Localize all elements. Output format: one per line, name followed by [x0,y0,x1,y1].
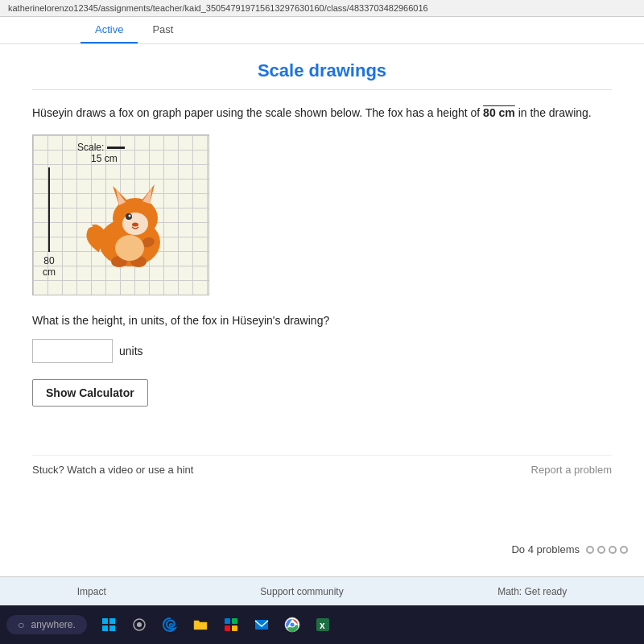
svg-point-9 [132,223,138,227]
svg-rect-17 [109,625,115,631]
problem-height-value: 80 cm [483,106,515,119]
svg-rect-20 [225,618,230,624]
taskbar-excel-icon[interactable]: x [310,612,336,638]
bottom-links-bar: Impact Support community Math: Get ready [0,576,644,605]
impact-link[interactable]: Impact [77,586,106,597]
question-text: What is the height, in units, of the fox… [32,312,612,329]
units-label: units [119,345,143,357]
fox-image [77,171,182,276]
taskbar-search-text: anywhere. [31,619,75,630]
progress-dots [586,546,628,554]
stuck-link[interactable]: Stuck? Watch a video or use a hint [32,464,193,476]
problem-text: Hüseyin draws a fox on graph paper using… [32,105,612,122]
taskbar-explorer-icon[interactable] [188,612,213,638]
hints-section: Stuck? Watch a video or use a hint Repor… [0,455,644,476]
height-line [48,167,50,252]
taskbar-start-icon[interactable] [126,612,152,638]
show-calculator-button[interactable]: Show Calculator [32,379,148,407]
support-community-link[interactable]: Support community [260,586,343,597]
answer-input[interactable] [32,339,113,363]
height-label: 80 cm [43,255,56,279]
taskbar: ○ anywhere. [0,605,644,644]
progress-dot-4 [620,546,628,554]
progress-dot-1 [586,546,594,554]
svg-text:x: x [320,620,325,631]
progress-dot-3 [609,546,617,554]
do-problems-label: Do 4 problems [511,543,580,555]
problem-text-after: in the drawing. [515,106,592,119]
svg-point-13 [115,235,144,261]
taskbar-windows-icon[interactable] [96,612,122,638]
svg-point-27 [290,623,294,627]
scale-label: Scale: [77,142,125,153]
progress-dot-2 [597,546,605,554]
taskbar-mail-icon[interactable] [249,612,275,638]
tab-past[interactable]: Past [138,17,188,43]
main-content: Scale drawings Hüseyin draws a fox on gr… [0,44,644,447]
taskbar-search[interactable]: ○ anywhere. [6,615,87,634]
svg-point-19 [137,622,142,627]
svg-rect-21 [232,618,237,624]
svg-rect-15 [109,618,115,624]
tabs-row: Active Past [0,17,644,44]
taskbar-edge-icon[interactable] [157,612,183,638]
do-problems-bar: Do 4 problems [511,543,628,555]
tab-active[interactable]: Active [80,17,138,43]
taskbar-store-icon[interactable] [218,612,244,638]
drawing-area: Scale: 15 cm 80 cm [32,134,209,295]
svg-rect-22 [225,625,230,631]
svg-point-8 [129,215,131,217]
problem-text-before: Hüseyin draws a fox on graph paper using… [32,106,483,119]
taskbar-search-icon: ○ [18,618,24,631]
svg-rect-16 [102,625,108,631]
bottom-hints-bar: Stuck? Watch a video or use a hint Repor… [32,455,612,476]
scale-cm-label: 15 cm [91,153,118,164]
page-title: Scale drawings [32,60,612,90]
svg-rect-24 [255,620,268,630]
svg-rect-14 [102,618,108,624]
math-readiness-link[interactable]: Math: Get ready [497,586,567,597]
scale-text: Scale: [77,142,104,153]
height-indicator: 80 cm [43,167,56,279]
answer-row: units [32,339,612,363]
svg-rect-23 [232,625,237,631]
svg-marker-5 [142,188,152,204]
taskbar-chrome-icon[interactable] [279,612,305,638]
report-link[interactable]: Report a problem [531,464,612,476]
url-bar: katherinelorenzo12345/assignments/teache… [0,0,644,17]
scale-line-icon [107,147,125,149]
